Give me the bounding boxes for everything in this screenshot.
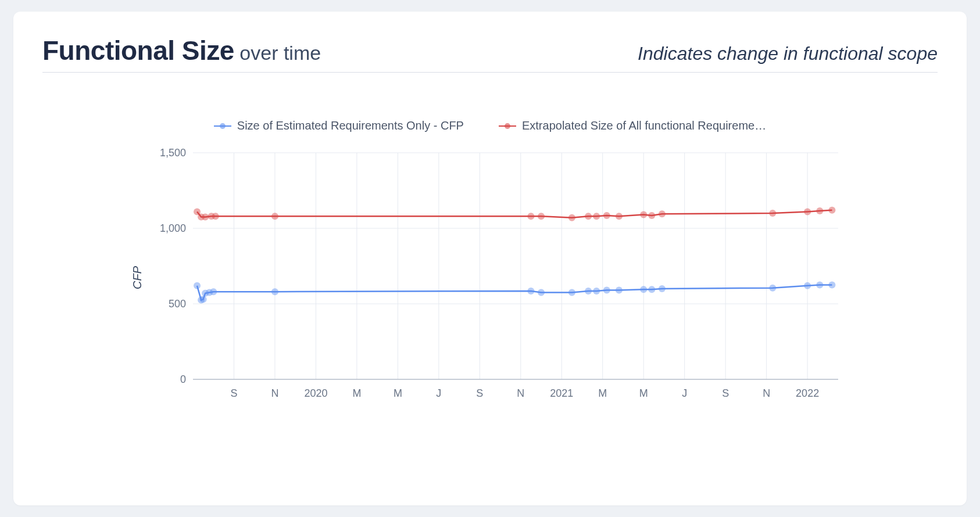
svg-point-48 [568,289,575,296]
legend-label: Extrapolated Size of All functional Requ… [522,119,766,132]
svg-point-68 [568,214,575,221]
svg-point-39 [194,282,201,289]
svg-point-52 [615,287,622,294]
svg-point-46 [527,288,534,295]
svg-text:S: S [722,387,729,399]
title-main: Functional Size [42,35,234,66]
svg-text:M: M [598,387,607,399]
legend-item-extrapolated[interactable]: Extrapolated Size of All functional Requ… [499,119,766,132]
legend-swatch-icon [499,125,516,127]
svg-point-69 [585,213,592,220]
chart-title: Functional Size over time [42,35,321,66]
y-axis-label: CFP [131,147,144,408]
svg-point-59 [828,282,835,289]
legend-swatch-icon [214,125,231,127]
svg-point-78 [816,207,823,214]
svg-text:S: S [230,387,237,399]
svg-point-66 [527,213,534,220]
svg-text:1,000: 1,000 [159,222,185,234]
svg-point-58 [816,282,823,289]
chart-body: Size of Estimated Requirements Only - CF… [42,119,938,476]
svg-text:N: N [517,387,524,399]
svg-point-65 [271,213,278,220]
svg-text:M: M [352,387,361,399]
legend-item-estimated[interactable]: Size of Estimated Requirements Only - CF… [214,119,464,132]
svg-point-72 [615,213,622,220]
svg-point-62 [202,214,209,221]
svg-point-71 [603,212,610,219]
chart-header: Functional Size over time Indicates chan… [42,35,938,73]
plot-area: CFP 05001,0001,500SN2020MMJSN2021MMJSN20… [131,147,850,408]
svg-text:J: J [682,387,687,399]
svg-point-57 [804,282,811,289]
svg-point-70 [593,213,600,220]
title-sub: over time [234,42,321,64]
chart-svg: 05001,0001,500SN2020MMJSN2021MMJSN2022 [152,147,850,408]
chart-subtitle: Indicates change in functional scope [638,43,938,64]
svg-text:M: M [393,387,402,399]
svg-text:N: N [271,387,278,399]
svg-text:N: N [763,387,770,399]
svg-point-44 [210,288,217,295]
svg-text:500: 500 [168,298,185,310]
chart-card: Functional Size over time Indicates chan… [13,12,967,505]
legend-label: Size of Estimated Requirements Only - CF… [237,119,464,132]
svg-point-50 [593,288,600,295]
svg-point-49 [585,288,592,295]
svg-text:S: S [476,387,483,399]
svg-point-73 [640,211,647,218]
svg-point-79 [828,207,835,214]
svg-point-74 [648,212,655,219]
svg-text:0: 0 [180,374,185,385]
svg-point-47 [538,289,545,296]
svg-point-54 [648,286,655,293]
svg-text:1,500: 1,500 [159,147,185,159]
svg-text:2022: 2022 [796,387,819,399]
svg-point-41 [199,296,206,303]
svg-point-67 [538,213,545,220]
svg-point-55 [658,285,665,292]
svg-point-56 [769,285,776,292]
svg-text:2020: 2020 [304,387,327,399]
svg-point-53 [640,286,647,293]
svg-point-51 [603,287,610,294]
svg-text:J: J [436,387,441,399]
svg-point-77 [804,208,811,215]
svg-text:2021: 2021 [550,387,573,399]
chart-legend: Size of Estimated Requirements Only - CF… [214,119,766,132]
svg-text:M: M [639,387,648,399]
svg-point-64 [212,213,219,220]
svg-point-45 [271,288,278,295]
svg-point-76 [769,210,776,217]
svg-point-75 [658,210,665,217]
